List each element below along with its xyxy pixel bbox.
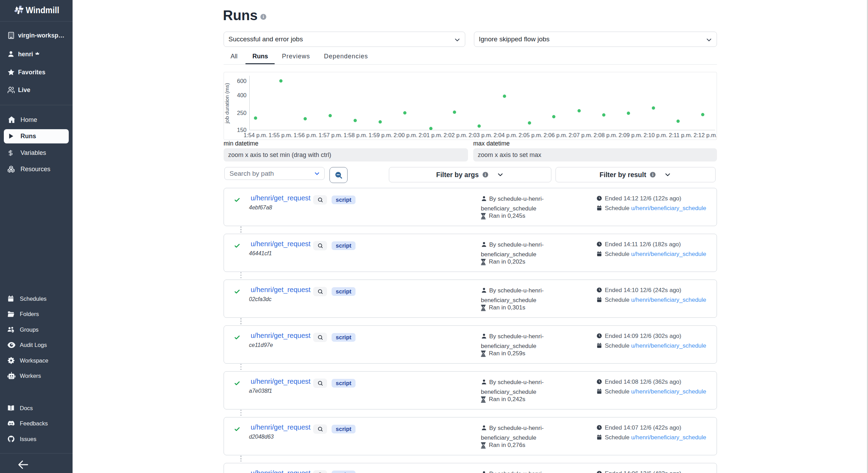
svg-text:2:09 p.m.: 2:09 p.m.: [619, 132, 643, 138]
svg-text:job duration (ms): job duration (ms): [224, 83, 230, 124]
svg-text:2:05 p.m.: 2:05 p.m.: [519, 132, 543, 138]
svg-text:2:06 p.m.: 2:06 p.m.: [544, 132, 568, 138]
svg-text:2:11 p.m.: 2:11 p.m.: [669, 132, 692, 138]
svg-text:2:04 p.m.: 2:04 p.m.: [494, 132, 518, 138]
svg-text:1:59 p.m.: 1:59 p.m.: [369, 132, 393, 138]
svg-text:2:02 p.m.: 2:02 p.m.: [444, 132, 468, 138]
svg-text:1:55 p.m.: 1:55 p.m.: [269, 132, 293, 138]
svg-text:1:54 p.m.: 1:54 p.m.: [244, 132, 268, 138]
svg-text:250: 250: [237, 110, 247, 116]
svg-text:2:12 p.m.: 2:12 p.m.: [694, 132, 717, 138]
svg-text:600: 600: [237, 78, 247, 84]
svg-text:2:08 p.m.: 2:08 p.m.: [594, 132, 618, 138]
svg-text:2:10 p.m.: 2:10 p.m.: [644, 132, 668, 138]
svg-text:2:03 p.m.: 2:03 p.m.: [469, 132, 493, 138]
svg-text:150: 150: [237, 127, 247, 133]
svg-text:1:56 p.m.: 1:56 p.m.: [294, 132, 318, 138]
svg-text:400: 400: [237, 92, 247, 98]
svg-text:2:01 p.m.: 2:01 p.m.: [419, 132, 443, 138]
svg-text:1:58 p.m.: 1:58 p.m.: [344, 132, 368, 138]
svg-text:2:00 p.m.: 2:00 p.m.: [394, 132, 418, 138]
svg-text:1:57 p.m.: 1:57 p.m.: [319, 132, 343, 138]
svg-text:2:07 p.m.: 2:07 p.m.: [569, 132, 593, 138]
